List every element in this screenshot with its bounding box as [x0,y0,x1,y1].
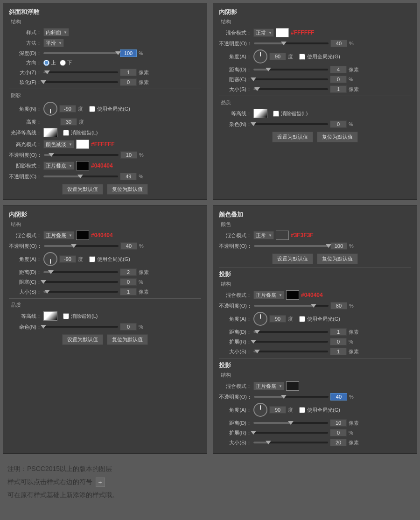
noise-slider-tr[interactable] [253,123,328,125]
blend-mode-wrapper-br2[interactable]: 正片叠底 [253,291,284,299]
style-select-wrapper[interactable]: 内斜面 [43,28,69,36]
blend-color-swatch-br3[interactable] [286,381,299,391]
anti-alias-checkbox-tl[interactable] [63,130,69,136]
gloss-preview-tl[interactable] [43,128,57,137]
size-slider-bl[interactable] [43,291,118,293]
angle-dial-br2[interactable] [253,312,267,326]
dir-down-radio[interactable] [60,60,66,66]
dir-down-label[interactable]: 下 [60,59,72,66]
angle-value-bl[interactable]: -90 [59,255,76,263]
expand-slider-br2[interactable] [253,341,328,343]
dir-up-radio[interactable] [43,60,49,66]
reset-default-btn-tr[interactable]: 复位为默认值 [317,132,358,142]
expand-value-br2[interactable]: 0 [330,338,347,345]
blend-color-swatch-br2[interactable] [286,290,299,300]
soften-value[interactable]: 0 [120,78,137,86]
blend-mode-select-br3[interactable]: 正片叠底 [253,382,284,390]
hilight-color-swatch[interactable] [76,140,89,149]
size-slider-br2[interactable] [253,351,328,352]
depth-slider[interactable] [43,52,118,54]
use-global-checkbox-bl[interactable] [89,256,95,262]
shadow-opacity-slider[interactable] [43,176,118,177]
distance-value-tr[interactable]: 4 [330,66,347,73]
shadow-mode-wrapper[interactable]: 正片叠底 [43,162,74,170]
distance-value-br3[interactable]: 10 [330,419,347,427]
blend-color-swatch-bl[interactable] [76,231,89,240]
angle-value-br3[interactable]: 90 [269,406,286,414]
distance-slider-br3[interactable] [253,422,328,424]
blend-color-swatch-tr[interactable] [276,28,289,37]
dir-up-label[interactable]: 上 [43,59,56,66]
angle-dial-br3[interactable] [253,403,267,417]
opacity-slider-br2[interactable] [254,305,329,307]
size-value-tr[interactable]: 1 [330,85,347,93]
set-default-btn-br1[interactable]: 设置为默认值 [272,253,313,264]
angle-dial-bl[interactable] [43,252,57,266]
use-global-checkbox-br2[interactable] [299,316,305,322]
choke-slider-tr[interactable] [253,78,328,80]
opacity-slider-tr[interactable] [254,42,329,44]
distance-slider-bl[interactable] [43,271,118,273]
angle-dial-tr[interactable] [253,49,267,63]
opacity-slider-br3[interactable] [254,396,329,398]
opacity-value-br3[interactable]: 40 [330,393,347,401]
angle-n-value[interactable]: -90 [59,105,76,112]
contour-preview-bl[interactable] [43,311,57,321]
distance-slider-tr[interactable] [253,69,328,70]
use-global-bl[interactable]: 使用全局光(G) [89,256,130,263]
choke-value-tr[interactable]: 0 [330,76,347,83]
blend-mode-select-br1[interactable]: 正常 [253,231,274,239]
use-global-checkbox-tl[interactable] [89,106,95,112]
size-value-br2[interactable]: 1 [330,348,347,355]
hilight-opacity-value[interactable]: 10 [120,151,137,159]
angle-dial-tl[interactable] [43,102,57,116]
hilight-mode-wrapper[interactable]: 颜色减淡 [43,140,74,148]
use-global-br3[interactable]: 使用全局光(G) [299,407,340,414]
soften-slider[interactable] [43,81,118,83]
style-select[interactable]: 内斜面 [43,28,69,36]
choke-slider-bl[interactable] [43,281,118,283]
shadow-color-swatch[interactable] [76,161,89,170]
blend-mode-select-tr[interactable]: 正常 [253,28,274,37]
anti-alias-bl[interactable]: 消除锯齿(L) [63,313,98,320]
reset-default-btn-br1[interactable]: 复位为默认值 [317,253,358,264]
use-global-br2[interactable]: 使用全局光(G) [299,316,340,323]
angle-value-br2[interactable]: 90 [269,315,286,323]
reset-default-btn-tl[interactable]: 复位为默认值 [107,184,148,195]
noise-slider-bl[interactable] [43,326,118,328]
opacity-slider-bl[interactable] [44,245,119,247]
opacity-value-br2[interactable]: 80 [330,302,347,309]
shadow-mode-select[interactable]: 正片叠底 [43,162,74,170]
method-select[interactable]: 平滑 [43,39,64,47]
opacity-value-br1[interactable]: 100 [330,242,347,250]
use-global-tl[interactable]: 使用全局光(G) [89,105,130,112]
blend-mode-wrapper-bl[interactable]: 正片叠底 [43,231,74,239]
hilight-mode-select[interactable]: 颜色减淡 [43,140,74,148]
size-slider-br3[interactable] [253,442,328,443]
size-value-br3[interactable]: 20 [330,439,347,446]
anti-alias-tl[interactable]: 消除锯齿(L) [63,129,98,136]
method-select-wrapper[interactable]: 平滑 [43,39,64,47]
contour-preview-tr[interactable] [253,109,267,118]
reset-default-btn-bl[interactable]: 复位为默认值 [107,334,148,345]
blend-mode-wrapper-tr[interactable]: 正常 [253,28,274,37]
expand-slider-br3[interactable] [253,432,328,434]
size-value-bl[interactable]: 1 [120,288,137,295]
size-value-tl[interactable]: 1 [120,69,137,76]
set-default-btn-tl[interactable]: 设置为默认值 [62,184,103,195]
height-value[interactable]: 30 [60,118,77,126]
choke-value-bl[interactable]: 0 [120,278,137,286]
distance-value-bl[interactable]: 2 [120,268,137,276]
opacity-value-tr[interactable]: 40 [330,40,347,47]
opacity-slider-br1[interactable] [254,245,329,247]
noise-value-tr[interactable]: 0 [330,120,347,128]
blend-mode-select-br2[interactable]: 正片叠底 [253,291,284,299]
anti-alias-checkbox-bl[interactable] [63,313,69,319]
size-slider-tr[interactable] [253,88,328,90]
distance-slider-br2[interactable] [253,331,328,333]
use-global-tr[interactable]: 使用全局光(G) [299,53,340,60]
set-default-btn-tr[interactable]: 设置为默认值 [272,132,313,142]
blend-mode-wrapper-br1[interactable]: 正常 [253,231,274,239]
anti-alias-checkbox-tr[interactable] [273,111,279,117]
shadow-opacity-value[interactable]: 49 [120,173,137,180]
